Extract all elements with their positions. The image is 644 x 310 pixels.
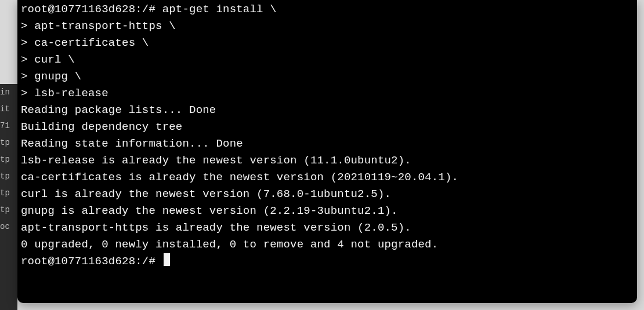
output-line: Reading package lists... Done — [21, 102, 634, 119]
prompt-line[interactable]: root@10771163d628:/# — [21, 253, 634, 270]
output-line: 0 upgraded, 0 newly installed, 0 to remo… — [21, 236, 634, 253]
bg-frag-text: it — [0, 101, 17, 118]
command-continuation: > lsb-release — [21, 85, 634, 102]
bg-frag-text: tp — [0, 185, 17, 202]
command-line: root@10771163d628:/# apt-get install \ — [21, 1, 634, 18]
terminal-window[interactable]: root@10771163d628:/# apt-get install \ >… — [17, 0, 637, 303]
bg-frag-text: tp — [0, 202, 17, 218]
output-line: curl is already the newest version (7.68… — [21, 186, 634, 203]
output-line: ca-certificates is already the newest ve… — [21, 169, 634, 186]
output-line: gnupg is already the newest version (2.2… — [21, 203, 634, 220]
prompt-text: root@10771163d628:/# — [21, 255, 162, 268]
bg-frag-text: in — [0, 84, 17, 101]
bg-frag-text: tp — [0, 151, 17, 168]
bg-frag-text: 71 — [0, 118, 17, 134]
background-window-fragment: in it 71 tp tp tp tp tp oc — [0, 84, 17, 310]
cursor-icon — [164, 253, 170, 266]
output-line: Building dependency tree — [21, 119, 634, 136]
bg-frag-text: tp — [0, 134, 17, 151]
command-continuation: > curl \ — [21, 52, 634, 68]
output-line: Reading state information... Done — [21, 136, 634, 152]
command-continuation: > ca-certificates \ — [21, 35, 634, 52]
output-line: apt-transport-https is already the newes… — [21, 220, 634, 236]
command-continuation: > apt-transport-https \ — [21, 18, 634, 35]
bg-frag-text: tp — [0, 168, 17, 185]
command-continuation: > gnupg \ — [21, 68, 634, 85]
bg-frag-text: oc — [0, 218, 17, 235]
output-line: lsb-release is already the newest versio… — [21, 152, 634, 169]
